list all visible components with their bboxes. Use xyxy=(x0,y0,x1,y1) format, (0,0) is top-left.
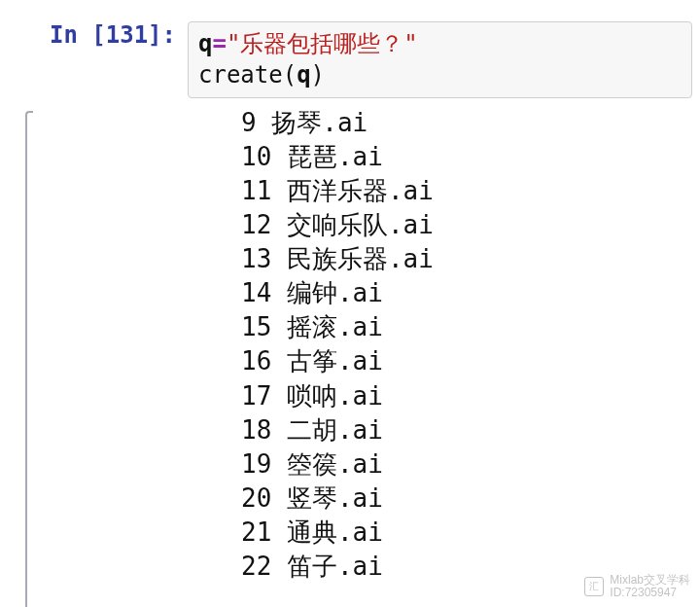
output-line: 18 二胡.ai xyxy=(241,413,700,447)
output-line: 17 唢呐.ai xyxy=(241,379,700,413)
assign-op: = xyxy=(212,30,226,57)
output-line: 11 西洋乐器.ai xyxy=(241,174,700,208)
output-line: 16 古筝.ai xyxy=(241,344,700,378)
output-line: 19 箜篌.ai xyxy=(241,447,700,482)
output-line: 10 琵琶.ai xyxy=(241,140,700,174)
watermark-icon: 汇 xyxy=(584,577,604,596)
output-line: 14 编钟.ai xyxy=(241,276,700,310)
watermark-line1: Mixlab交叉学科 xyxy=(610,573,690,587)
variable-name: q xyxy=(198,30,212,57)
string-literal: "乐器包括哪些？" xyxy=(227,30,418,57)
output-area: 9 扬琴.ai 10 琵琶.ai 11 西洋乐器.ai 12 交响乐队.ai 1… xyxy=(0,98,700,584)
code-line-2: create(q) xyxy=(198,59,682,90)
output-line: 13 民族乐器.ai xyxy=(241,242,700,276)
function-name: create xyxy=(198,61,283,89)
cell-left-border xyxy=(25,111,33,607)
code-line-1: q="乐器包括哪些？" xyxy=(198,28,682,59)
output-line: 9 扬琴.ai xyxy=(241,106,700,140)
output-line: 12 交响乐队.ai xyxy=(241,208,700,242)
output-line: 20 竖琴.ai xyxy=(241,482,700,516)
open-paren: ( xyxy=(283,61,297,89)
code-input-area[interactable]: q="乐器包括哪些？" create(q) xyxy=(188,21,692,98)
argument: q xyxy=(297,61,310,89)
input-prompt: In [131]: xyxy=(47,21,188,98)
watermark-text: Mixlab交叉学科 ID:72305947 xyxy=(610,574,690,599)
input-cell: In [131]: q="乐器包括哪些？" create(q) xyxy=(0,0,700,98)
close-paren: ) xyxy=(311,61,325,89)
output-line: 21 通典.ai xyxy=(241,516,700,550)
watermark: 汇 Mixlab交叉学科 ID:72305947 xyxy=(584,574,690,599)
output-line: 15 摇滚.ai xyxy=(241,310,700,344)
watermark-line2: ID:72305947 xyxy=(610,586,677,599)
